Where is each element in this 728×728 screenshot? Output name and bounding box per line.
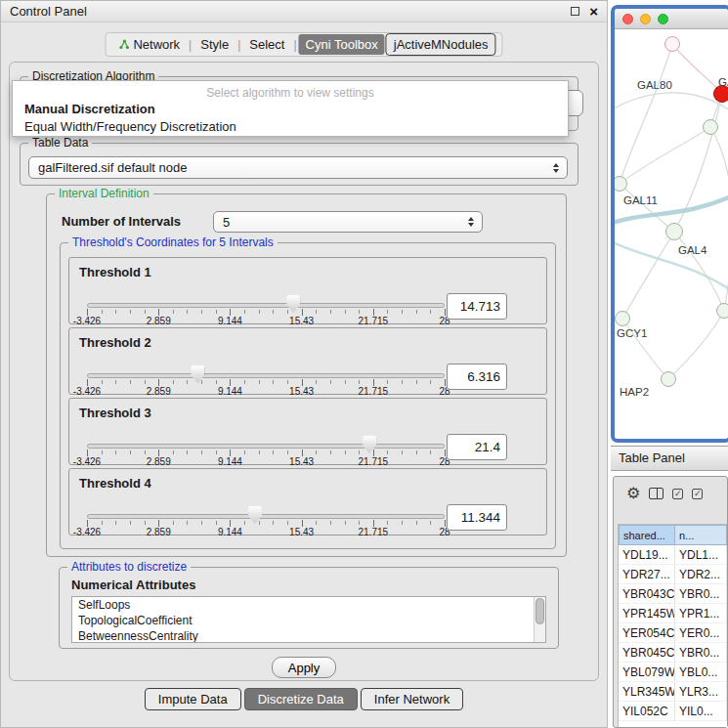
network-node[interactable] bbox=[661, 371, 676, 387]
checkbox-icon[interactable]: ✓ bbox=[672, 489, 683, 499]
table-cell[interactable]: YBR043C bbox=[619, 584, 675, 604]
close-traffic-light-icon[interactable] bbox=[622, 14, 633, 24]
table-row[interactable]: YPR145WYPR1... bbox=[619, 604, 727, 623]
tab-select[interactable]: Select bbox=[242, 34, 291, 55]
control-panel-window: Control Panel × Network | Style | Select… bbox=[0, 0, 608, 728]
slider-scale-label: 15.43 bbox=[289, 456, 314, 467]
dropdown-option-manual-discretization[interactable]: Manual Discretization bbox=[13, 101, 568, 117]
table-panel-header[interactable]: Table Panel bbox=[611, 446, 728, 471]
network-node[interactable] bbox=[665, 223, 683, 240]
table-cell[interactable]: YBR045C bbox=[619, 643, 675, 663]
threshold-1-slider[interactable]: -3.4262.8599.14415.4321.71528 bbox=[87, 295, 445, 324]
table-header-row: shared... n... bbox=[619, 525, 727, 545]
threshold-2-value-field[interactable]: 6.316 bbox=[447, 364, 507, 390]
table-cell[interactable]: YIL0... bbox=[675, 702, 727, 721]
table-cell[interactable]: YIL052C bbox=[619, 702, 675, 721]
threshold-1-value-field[interactable]: 14.713 bbox=[447, 293, 507, 320]
table-cell[interactable]: YBL079W bbox=[619, 663, 675, 682]
float-window-icon[interactable] bbox=[571, 7, 579, 16]
table-cell[interactable]: YDR27... bbox=[619, 565, 675, 584]
zoom-traffic-light-icon[interactable] bbox=[658, 14, 668, 24]
slider-track[interactable] bbox=[87, 444, 445, 449]
network-node[interactable] bbox=[716, 303, 728, 319]
threshold-3-value-field[interactable]: 21.4 bbox=[447, 434, 507, 460]
apply-button[interactable]: Apply bbox=[272, 657, 336, 678]
table-row[interactable]: YLR345WYLR3... bbox=[619, 682, 727, 702]
table-row[interactable]: YIL052CYIL0... bbox=[619, 702, 727, 721]
table-cell[interactable]: YLR345W bbox=[619, 682, 675, 702]
slider-major-tick bbox=[445, 520, 446, 527]
slider-major-tick bbox=[158, 450, 159, 456]
threshold-2-label: Threshold 2 bbox=[79, 335, 151, 350]
attribute-list-item[interactable]: TopologicalCoefficient bbox=[72, 613, 545, 628]
column-header-shared[interactable]: shared... bbox=[619, 525, 675, 545]
network-node-label: GAL11 bbox=[623, 194, 658, 206]
table-cell[interactable]: YLR3... bbox=[675, 682, 727, 702]
group-title: Threshold's Coordinates for 5 Intervals bbox=[68, 236, 278, 249]
slider-major-tick bbox=[373, 450, 374, 456]
checkbox-icon[interactable]: ✓ bbox=[692, 489, 703, 499]
table-cell[interactable]: YBL0... bbox=[675, 663, 727, 682]
minimize-traffic-light-icon[interactable] bbox=[640, 14, 651, 24]
slider-ticks bbox=[87, 521, 445, 525]
slider-track[interactable] bbox=[87, 303, 445, 308]
slider-major-tick bbox=[445, 379, 446, 386]
tab-discretize-data[interactable]: Discretize Data bbox=[244, 688, 358, 710]
table-row[interactable]: YBR045CYBR0... bbox=[619, 643, 727, 663]
list-scrollbar[interactable] bbox=[534, 597, 545, 642]
tab-network[interactable]: Network bbox=[111, 34, 187, 55]
table-row[interactable]: YDR27...YDR2... bbox=[619, 565, 727, 584]
tab-cyni-toolbox[interactable]: Cyni Toolbox bbox=[299, 34, 385, 55]
network-node[interactable] bbox=[664, 36, 680, 52]
table-data-combobox[interactable]: galFiltered.sif default node bbox=[28, 156, 568, 179]
attribute-list-item[interactable]: SelfLoops bbox=[72, 597, 545, 613]
tab-impute-data[interactable]: Impute Data bbox=[145, 688, 241, 710]
table-cell[interactable]: YDL19... bbox=[619, 545, 675, 565]
network-node-label: GCY1 bbox=[617, 327, 647, 339]
table-cell[interactable]: YDL1... bbox=[675, 545, 727, 565]
dropdown-option-equal-width[interactable]: Equal Width/Frequency Discretization bbox=[13, 118, 568, 135]
threshold-2-slider[interactable]: -3.4262.8599.14415.4321.71528 bbox=[87, 365, 445, 395]
number-of-intervals-combobox[interactable]: 5 bbox=[213, 211, 483, 233]
table-row[interactable]: YDL19...YDL1... bbox=[619, 545, 727, 565]
slider-scale-label: 9.144 bbox=[218, 316, 242, 326]
table-cell[interactable]: YPR1... bbox=[675, 604, 727, 623]
threshold-3-slider[interactable]: -3.4262.8599.14415.4321.71528 bbox=[87, 436, 445, 465]
attribute-list-item[interactable]: BetweennessCentrality bbox=[72, 628, 545, 643]
gear-icon[interactable]: ⚙ bbox=[626, 486, 640, 501]
scrollbar-thumb[interactable] bbox=[535, 598, 544, 624]
network-node[interactable] bbox=[615, 311, 630, 326]
table-cell[interactable]: YER054C bbox=[619, 623, 675, 643]
table-cell[interactable]: YPR145W bbox=[619, 604, 675, 623]
slider-scale-label: 2.859 bbox=[147, 456, 171, 467]
threshold-4-slider[interactable]: -3.4262.8599.14415.4321.71528 bbox=[87, 506, 445, 535]
slider-major-tick bbox=[302, 450, 303, 456]
network-canvas[interactable]: GAL80GAGAL11GAL4GCY1HAP2 bbox=[615, 29, 728, 439]
columns-icon[interactable] bbox=[649, 488, 664, 499]
network-node[interactable] bbox=[703, 119, 718, 135]
slider-scale-label: -3.426 bbox=[73, 527, 101, 537]
column-header-name[interactable]: n... bbox=[675, 525, 727, 545]
table-row[interactable]: YER054CYER0... bbox=[619, 623, 727, 643]
table-cell[interactable]: YBR0... bbox=[675, 643, 727, 663]
slider-major-tick bbox=[87, 450, 88, 456]
threshold-4-value-field[interactable]: 11.344 bbox=[447, 504, 507, 531]
tab-label: Cyni Toolbox bbox=[306, 37, 378, 52]
numerical-attributes-list[interactable]: SelfLoopsTopologicalCoefficientBetweenne… bbox=[71, 596, 546, 643]
slider-track[interactable] bbox=[87, 514, 445, 519]
table-cell[interactable]: YDR2... bbox=[675, 565, 727, 584]
dropdown-placeholder: Select algorithm to view settings bbox=[13, 86, 568, 100]
tab-jactivemnodules[interactable]: jActiveMNodules bbox=[386, 33, 496, 56]
close-icon[interactable]: × bbox=[589, 4, 598, 19]
tab-style[interactable]: Style bbox=[193, 34, 236, 55]
table-row[interactable]: YBL079WYBL0... bbox=[619, 663, 727, 682]
table-cell[interactable]: YER0... bbox=[675, 623, 727, 643]
slider-major-tick bbox=[373, 520, 374, 527]
slider-ticks bbox=[87, 380, 445, 384]
table-row[interactable]: YBR043CYBR0... bbox=[619, 584, 727, 604]
slider-scale-label: 15.43 bbox=[289, 316, 314, 326]
network-node-label: HAP2 bbox=[620, 386, 649, 398]
slider-track[interactable] bbox=[87, 373, 445, 378]
tab-infer-network[interactable]: Infer Network bbox=[361, 688, 463, 710]
table-cell[interactable]: YBR0... bbox=[675, 584, 727, 604]
